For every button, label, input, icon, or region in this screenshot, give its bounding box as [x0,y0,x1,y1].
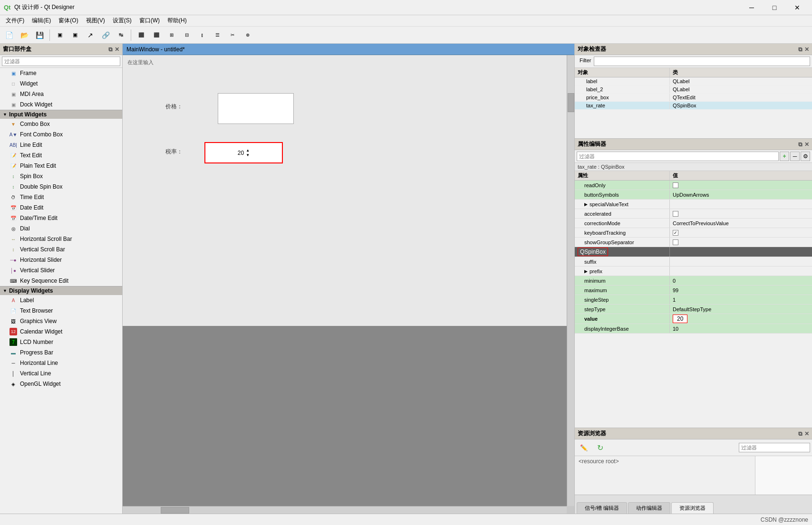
spin-down-arrow[interactable]: ▼ [246,153,250,158]
widget-item-progress[interactable]: ▬ Progress Bar [0,347,122,358]
prop-val-value[interactable]: 20 [670,314,812,324]
widget-item-combo[interactable]: ▼ Combo Box [0,119,122,129]
widget-item-vline[interactable]: │ Vertical Line [0,368,122,379]
toolbar-flayout[interactable]: ⊟ [180,29,194,42]
prop-row-suffix[interactable]: suffix [575,257,812,267]
widget-item-plain-text[interactable]: 📝 Plain Text Edit [0,161,122,171]
category-display-widgets[interactable]: ▼ Display Widgets [0,286,122,295]
object-filter-input[interactable] [594,57,810,66]
prop-row-readonly[interactable]: readOnly [575,181,812,190]
prop-val-readonly[interactable] [670,181,812,190]
widget-item-vslider[interactable]: │● Vertical Slider [0,265,122,276]
widget-item-dock[interactable]: ▣ Dock Widget [0,99,122,110]
widget-item-hscrollbar[interactable]: ↔ Horizontal Scroll Bar [0,234,122,244]
prop-settings-btn[interactable]: ⚙ [801,152,810,161]
menu-view[interactable]: 视图(V) [82,16,109,26]
resource-refresh-btn[interactable]: ↻ [593,441,607,454]
specialtext-expand-icon[interactable]: ▶ [584,202,588,207]
prop-row-steptype[interactable]: stepType DefaultStepType [575,305,812,314]
canvas-hscrollbar[interactable] [123,506,567,514]
prop-filter-input[interactable] [577,152,779,161]
accelerated-checkbox[interactable] [673,211,678,217]
prop-row-kbtracking[interactable]: keyboardTracking [575,228,812,238]
widget-item-line-edit[interactable]: AB| Line Edit [0,140,122,150]
widget-item-calendar[interactable]: 12 Calendar Widget [0,326,122,337]
toolbar-break[interactable]: ✂ [225,29,240,42]
toolbar-splitter-h[interactable]: ⫿ [195,29,209,42]
spin-up-arrow[interactable]: ▲ [246,148,250,153]
prop-add-btn[interactable]: + [780,152,789,161]
resource-edit-btn[interactable]: ✏️ [577,441,591,454]
resource-browser-float-btn[interactable]: ⧉ [798,430,802,437]
maximize-button[interactable]: □ [764,0,785,15]
minimize-button[interactable]: ─ [741,0,763,15]
widget-item-opengl[interactable]: ◈ OpenGL Widget [0,379,122,389]
widget-item-hline[interactable]: ─ Horizontal Line [0,358,122,368]
widget-item-datetime[interactable]: 📅 Date/Time Edit [0,213,122,223]
widget-item-spin-box[interactable]: ↕ Spin Box [0,171,122,181]
prop-val-accelerated[interactable] [670,209,812,218]
table-row[interactable]: tax_rate QSpinBox [575,102,812,110]
toolbar-redo[interactable]: ▣ [68,29,82,42]
widget-item-widget[interactable]: □ Widget [0,78,122,89]
prop-row-value[interactable]: value 20 [575,314,812,324]
toolbar-adjust[interactable]: ⊕ [241,29,255,42]
menu-edit[interactable]: 编辑(E) [28,16,55,26]
prop-row-buttonsymbols[interactable]: buttonSymbols UpDownArrows [575,190,812,200]
spin-arrows[interactable]: ▲ ▼ [246,148,250,158]
menu-file[interactable]: 文件(F) [2,16,28,26]
toolbar-hlayout[interactable]: ⬛ [134,29,148,42]
widget-item-dial[interactable]: ◎ Dial [0,223,122,234]
prop-row-prefix[interactable]: ▶prefix [575,267,812,276]
prop-row-intbase[interactable]: displayIntegerBase 10 [575,324,812,334]
canvas-workspace[interactable]: 在这里输入 价格： 税率： 20 ▲ ▼ [123,55,574,514]
menu-form[interactable]: 窗体(O) [55,16,82,26]
readonly-checkbox[interactable] [673,182,678,188]
prefix-expand-icon[interactable]: ▶ [584,269,588,274]
widget-item-graphics-view[interactable]: 🖼 Graphics View [0,316,122,326]
toolbar-connect[interactable]: 🔗 [98,29,113,42]
widget-item-vscrollbar[interactable]: ↕ Vertical Scroll Bar [0,244,122,255]
object-inspector-close-btn[interactable]: ✕ [804,46,809,53]
prop-row-specialtext[interactable]: ▶specialValueText [575,200,812,209]
widget-item-date-edit[interactable]: 📅 Date Edit [0,202,122,213]
tab-actions[interactable]: 动作编辑器 [628,502,670,514]
tab-signals[interactable]: 信号/槽 编辑器 [577,502,627,514]
category-input-widgets[interactable]: ▼ Input Widgets [0,110,122,119]
prop-editor-close-btn[interactable]: ✕ [804,141,809,148]
table-row[interactable]: label_2 QLabel [575,86,812,94]
table-row[interactable]: price_box QTextEdit [575,94,812,102]
tab-resources[interactable]: 资源浏览器 [671,502,714,514]
close-button[interactable]: ✕ [786,0,808,15]
widget-item-double-spin[interactable]: ↕ Double Spin Box [0,181,122,192]
canvas-form[interactable]: 在这里输入 价格： 税率： 20 ▲ ▼ [123,55,574,326]
toolbar-new[interactable]: 📄 [2,29,16,42]
toolbar-vlayout[interactable]: ⬛ [149,29,164,42]
widget-item-hslider[interactable]: ─● Horizontal Slider [0,255,122,265]
price-input-box[interactable] [218,93,294,124]
prop-row-singlestep[interactable]: singleStep 1 [575,295,812,305]
prop-val-groupsep[interactable] [670,238,812,247]
widget-item-mdi[interactable]: ▣ MDI Area [0,89,122,99]
toolbar-pointer[interactable]: ↗ [83,29,97,42]
menu-settings[interactable]: 设置(S) [109,16,135,26]
widget-item-text-browser[interactable]: 📄 Text Browser [0,305,122,316]
prop-row-groupsep[interactable]: showGroupSeparator [575,238,812,247]
prop-row-minimum[interactable]: minimum 0 [575,276,812,286]
resource-browser-close-btn[interactable]: ✕ [804,430,809,437]
prop-remove-btn[interactable]: ─ [790,152,800,161]
widget-item-font-combo[interactable]: A▼ Font Combo Box [0,129,122,140]
prop-val-kbtracking[interactable] [670,228,812,237]
toolbar-save[interactable]: 💾 [32,29,47,42]
menu-help[interactable]: 帮助(H) [164,16,191,26]
toolbar-tab[interactable]: ↹ [114,29,128,42]
spin-box-widget[interactable]: 20 ▲ ▼ [204,142,283,163]
widget-item-label[interactable]: A Label [0,295,122,305]
object-inspector-float-btn[interactable]: ⧉ [798,46,802,53]
canvas-vscrollbar[interactable] [567,55,574,506]
toolbar-glayout[interactable]: ⊞ [164,29,179,42]
toolbar-undo[interactable]: ▣ [53,29,67,42]
table-row[interactable]: label QLabel [575,77,812,86]
resource-filter-input[interactable] [739,443,810,452]
prop-row-maximum[interactable]: maximum 99 [575,286,812,295]
